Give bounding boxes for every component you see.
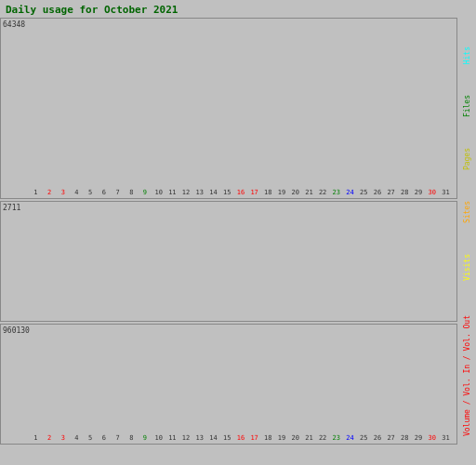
right-labels: Hits Files Pages Sites Visits Volume / V…: [457, 18, 476, 465]
chart-panel-1: 64348 1234567891011121314151617181920212…: [0, 18, 457, 199]
x-label: 15: [220, 189, 234, 196]
x-label: 12: [179, 434, 193, 442]
x-label: 20: [288, 189, 302, 196]
x-label: 5: [84, 434, 98, 442]
x-label: 27: [384, 189, 398, 196]
x-label: 18: [261, 434, 275, 442]
x-label: 30: [425, 189, 439, 196]
bars-container-1: [29, 32, 453, 185]
x-label: 19: [275, 434, 289, 442]
x-label: 11: [165, 189, 179, 196]
x-label: 28: [398, 189, 412, 196]
sites-label: Sites: [463, 201, 471, 223]
x-label: 23: [329, 189, 343, 196]
x-label: 31: [439, 434, 453, 442]
x-label: 8: [125, 189, 139, 196]
x-label: 7: [111, 189, 125, 196]
x-label: 25: [357, 189, 371, 196]
x-label: 3: [56, 189, 70, 196]
x-label: 16: [234, 189, 248, 196]
x-label: 24: [343, 434, 357, 442]
x-label: 1: [29, 434, 43, 442]
x-label: 26: [371, 434, 385, 442]
x-label: 12: [179, 189, 193, 196]
bars-container-3: [29, 338, 453, 431]
x-label: 22: [316, 434, 330, 442]
y-label-1: 64348: [3, 20, 25, 29]
x-label: 21: [302, 189, 316, 196]
y-label-3: 960130: [3, 326, 30, 335]
x-label: 29: [412, 434, 426, 442]
x-label: 24: [343, 189, 357, 196]
charts-column: 64348 1234567891011121314151617181920212…: [0, 18, 457, 465]
x-label: 20: [288, 434, 302, 442]
pages-label: Pages: [463, 148, 471, 170]
x-label: 31: [439, 189, 453, 196]
x-label: 22: [316, 189, 330, 196]
chart-title: Daily usage for October 2021: [0, 0, 476, 18]
x-label: 14: [206, 434, 220, 442]
x-label: 13: [192, 189, 206, 196]
x-label: 2: [43, 434, 57, 442]
chart-panel-3: 960130 123456789101112131415161718192021…: [0, 324, 457, 445]
x-label: 27: [384, 434, 398, 442]
chart-panel-2: 2711: [0, 201, 457, 322]
x-label: 16: [234, 434, 248, 442]
x-label: 18: [261, 189, 275, 196]
x-label: 6: [98, 189, 112, 196]
x-label: 19: [275, 189, 289, 196]
x-label: 11: [165, 434, 179, 442]
x-label: 28: [398, 434, 412, 442]
x-label: 13: [192, 434, 206, 442]
x-label: 29: [412, 189, 426, 196]
x-label: 23: [329, 434, 343, 442]
x-label: 9: [139, 189, 152, 196]
x-label: 10: [152, 189, 165, 196]
x-label: 21: [302, 434, 316, 442]
hits-label: Hits: [463, 46, 471, 64]
x-label: 8: [125, 434, 139, 442]
x-label: 14: [206, 189, 220, 196]
x-label: 15: [220, 434, 234, 442]
x-label: 17: [247, 434, 261, 442]
chart-area: 64348 1234567891011121314151617181920212…: [0, 18, 476, 465]
x-label: 17: [247, 189, 261, 196]
x-axis-1: 1234567891011121314151617181920212223242…: [29, 189, 453, 196]
x-label: 3: [56, 434, 70, 442]
x-label: 4: [70, 189, 84, 196]
files-label: Files: [463, 95, 471, 117]
x-label: 7: [111, 434, 125, 442]
x-label: 9: [139, 434, 152, 442]
x-label: 10: [152, 434, 165, 442]
x-label: 25: [357, 434, 371, 442]
x-label: 1: [29, 189, 43, 196]
y-label-2: 2711: [3, 204, 20, 212]
x-label: 6: [98, 434, 112, 442]
x-label: 26: [371, 189, 385, 196]
main-container: Daily usage for October 2021 64348 12345…: [0, 0, 476, 465]
visits-label: Visits: [463, 254, 471, 281]
bars-container-2: [29, 215, 453, 308]
x-label: 30: [425, 434, 439, 442]
volume-label: Volume / Vol. In / Vol. Out: [463, 315, 471, 436]
x-axis-3: 1234567891011121314151617181920212223242…: [29, 434, 453, 442]
x-label: 4: [70, 434, 84, 442]
x-label: 5: [84, 189, 98, 196]
x-label: 2: [43, 189, 57, 196]
